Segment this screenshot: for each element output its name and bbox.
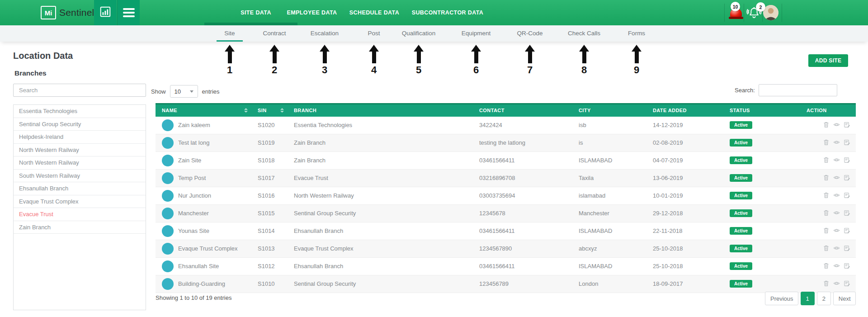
site-branch: Ehsanullah Branch <box>288 257 473 275</box>
add-site-button[interactable]: ADD SITE <box>808 54 848 67</box>
view-eye-icon[interactable] <box>833 280 840 287</box>
view-eye-icon[interactable] <box>833 121 840 128</box>
view-eye-icon[interactable] <box>833 174 840 181</box>
pagination-button[interactable]: Next <box>833 292 856 305</box>
table-body: Zain kaleem S1020 Essentia Technologies … <box>156 117 856 293</box>
subnav-tab[interactable]: Forms <box>607 25 666 42</box>
site-city: ISLAMABAD <box>572 257 646 275</box>
delete-icon[interactable] <box>823 227 830 234</box>
sort-icon <box>244 108 248 113</box>
view-eye-icon[interactable] <box>833 192 840 199</box>
edit-note-icon[interactable] <box>844 227 850 234</box>
delete-icon[interactable] <box>823 121 830 128</box>
branch-list-item[interactable]: South Western Railway <box>14 170 146 183</box>
site-sin: S1014 <box>251 222 288 240</box>
site-avatar <box>162 190 174 202</box>
subnav-tab[interactable]: Equipment <box>447 25 505 42</box>
branch-list-item[interactable]: Evacue Trust <box>14 208 146 221</box>
column-header[interactable]: DATE ADDED <box>646 104 723 117</box>
main-nav-item[interactable]: SUBCONTRACTOR DATA <box>412 0 484 25</box>
site-city: London <box>572 275 646 293</box>
view-eye-icon[interactable] <box>833 262 840 269</box>
branch-list-item[interactable]: Evaque Trust Complex <box>14 195 146 208</box>
annotation-arrow-icon <box>389 45 448 63</box>
site-contact: 03003735694 <box>473 187 572 204</box>
site-contact: 123456789 <box>473 275 572 293</box>
status-badge: Active <box>730 121 752 129</box>
site-contact: 03461566411 <box>473 222 572 240</box>
branch-list-item[interactable]: Ehsanullah Branch <box>14 182 146 195</box>
annotation-arrow-icon <box>500 45 559 63</box>
site-date-added: 04-07-2019 <box>646 151 723 169</box>
subnav-tab[interactable]: Qualification <box>389 25 448 42</box>
site-avatar <box>162 260 174 272</box>
pagination-button[interactable]: Previous <box>765 292 798 305</box>
app-window: Mi Sentinel SITE DATA EMPLOY <box>0 0 868 317</box>
column-header[interactable]: NAME <box>156 104 251 117</box>
site-sin: S1020 <box>251 117 288 134</box>
site-contact: 12345678 <box>473 204 572 222</box>
delete-icon[interactable] <box>823 280 830 287</box>
delete-icon[interactable] <box>823 174 830 181</box>
status-badge: Active <box>730 280 752 288</box>
view-eye-icon[interactable] <box>833 139 840 146</box>
pagination-button[interactable]: 2 <box>817 292 831 305</box>
branch-list-item[interactable]: Zain Branch <box>14 221 146 234</box>
column-header[interactable]: SIN <box>251 104 288 117</box>
main-nav-item[interactable]: SCHEDULE DATA <box>349 0 399 25</box>
edit-note-icon[interactable] <box>844 262 850 269</box>
annotation-arrow-icon <box>555 45 613 63</box>
view-eye-icon[interactable] <box>833 209 840 216</box>
site-branch: Zain Branch <box>288 151 473 169</box>
delete-icon[interactable] <box>823 262 830 269</box>
column-header[interactable]: ACTION <box>800 104 856 117</box>
page-size-select[interactable]: 10 <box>170 85 198 98</box>
pagination-button[interactable]: 1 <box>801 292 815 305</box>
sort-icon <box>280 108 284 113</box>
column-header[interactable]: CITY <box>572 104 646 117</box>
branch-list-item[interactable]: North Western Railway <box>14 144 146 157</box>
main-nav-item[interactable]: EMPLOYEE DATA <box>287 0 337 25</box>
subnav-tab-column: Equipment 6 <box>447 25 505 76</box>
view-eye-icon[interactable] <box>833 156 840 163</box>
edit-note-icon[interactable] <box>844 280 850 287</box>
edit-note-icon[interactable] <box>844 245 850 251</box>
table-search-input[interactable] <box>759 84 837 96</box>
delete-icon[interactable] <box>823 156 830 163</box>
site-avatar <box>162 243 174 255</box>
delete-icon[interactable] <box>823 192 830 199</box>
branch-list-item[interactable]: Essentia Technologies <box>14 105 146 118</box>
view-eye-icon[interactable] <box>833 227 840 234</box>
column-header[interactable]: STATUS <box>723 104 800 117</box>
chevron-down-icon <box>190 90 193 93</box>
edit-note-icon[interactable] <box>844 174 850 181</box>
site-name: Test lat long <box>178 139 209 146</box>
column-header[interactable]: BRANCH <box>288 104 473 117</box>
view-eye-icon[interactable] <box>833 245 840 251</box>
table-row: Nur Junction S1016 North Western Railway… <box>156 187 856 204</box>
user-avatar[interactable] <box>763 5 778 20</box>
annotation-number: 5 <box>389 64 448 76</box>
delete-icon[interactable] <box>823 139 830 146</box>
edit-note-icon[interactable] <box>844 139 850 146</box>
branch-list-item[interactable]: Sentinal Group Security <box>14 118 146 131</box>
showing-entries-text: Showing 1 to 10 of 19 entries <box>156 294 231 301</box>
top-header: Mi Sentinel SITE DATA EMPLOY <box>0 0 868 25</box>
main-nav-item[interactable]: SITE DATA <box>241 0 271 25</box>
edit-note-icon[interactable] <box>844 209 850 216</box>
subnav-tab[interactable]: QR-Code <box>500 25 559 42</box>
table-row: Building-Guarding S1010 Sentinal Group S… <box>156 275 856 293</box>
edit-note-icon[interactable] <box>844 192 850 199</box>
table-search-controls: Search: <box>735 84 837 96</box>
column-header[interactable]: CONTACT <box>473 104 572 117</box>
delete-icon[interactable] <box>823 245 830 251</box>
subnav-tab[interactable]: Check Calls <box>555 25 613 42</box>
edit-note-icon[interactable] <box>844 156 850 163</box>
site-contact: 3422424 <box>473 117 572 134</box>
edit-note-icon[interactable] <box>844 121 850 128</box>
delete-icon[interactable] <box>823 209 830 216</box>
branch-list-item[interactable]: Helpdesk-Ireland <box>14 131 146 144</box>
status-badge: Active <box>730 227 752 235</box>
branch-search-input[interactable] <box>13 84 146 97</box>
branch-list-item[interactable]: North Western Railway <box>14 156 146 170</box>
